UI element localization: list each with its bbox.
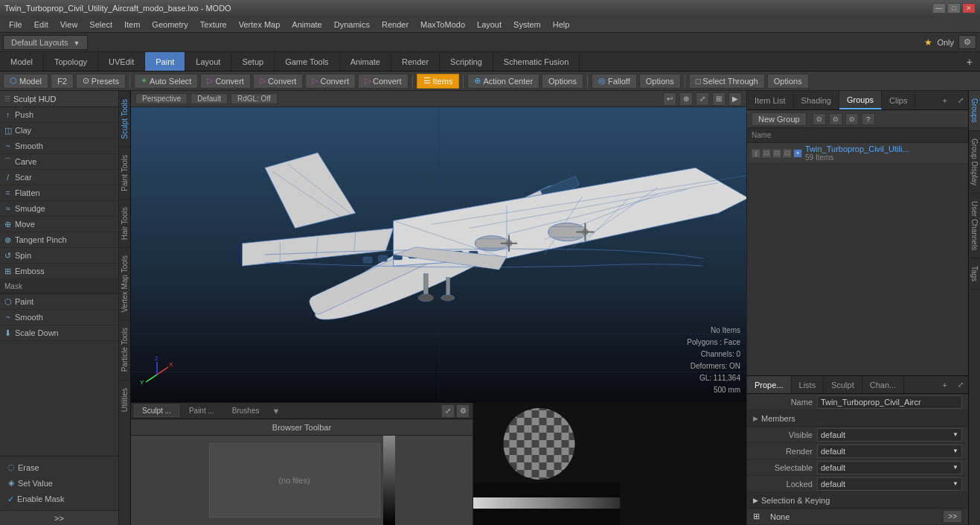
viewport[interactable]: No Items Polygons : Face Channels: 0 Def…	[131, 107, 746, 402]
texture-preview-area[interactable]	[473, 403, 620, 483]
expand-bottom-button[interactable]: ⤢	[441, 404, 455, 418]
settings-button[interactable]: ⚙	[958, 35, 976, 49]
visible-dropdown[interactable]: default ▼	[817, 428, 962, 442]
tool-clay[interactable]: ◫ Clay	[0, 123, 118, 139]
tab-game-tools[interactable]: Game Tools	[275, 52, 340, 71]
rt-tab-clips[interactable]: Clips	[882, 91, 915, 109]
gp-icon-plus[interactable]: +	[793, 149, 802, 158]
props-tab-properties[interactable]: Prope...	[747, 376, 792, 393]
rvtab-user-channels[interactable]: User Channels	[969, 194, 980, 258]
tool-set-value[interactable]: ◈ Set Value	[3, 475, 115, 491]
tab-topology[interactable]: Topology	[44, 52, 98, 71]
model-button[interactable]: ⬡ Model	[3, 74, 48, 89]
selection-keying-section[interactable]: ▶ Selection & Keying	[747, 492, 968, 509]
options-button-3[interactable]: Options	[767, 74, 809, 89]
rvtab-group-display[interactable]: Group Display	[969, 131, 980, 194]
viewport-icon-expand[interactable]: ⤢	[696, 92, 709, 106]
tab-animate[interactable]: Animate	[340, 52, 391, 71]
collapse-button[interactable]: >>	[0, 510, 118, 525]
falloff-button[interactable]: ◎ Falloff	[592, 74, 637, 89]
f2-button[interactable]: F2	[51, 74, 74, 89]
tab-schematic-fusion[interactable]: Schematic Fusion	[493, 52, 580, 71]
rt-tab-item-list[interactable]: Item List	[747, 91, 794, 109]
menu-render[interactable]: Render	[376, 19, 414, 31]
props-expand-button[interactable]: ⤢	[953, 381, 968, 389]
members-section[interactable]: ▶ Members	[747, 410, 968, 427]
vtab-particle-tools[interactable]: Particle Tools	[119, 319, 130, 379]
menu-help[interactable]: Help	[547, 19, 576, 31]
default-shading-button[interactable]: Default	[190, 93, 228, 104]
gp-icon-eye[interactable]: ⊙	[813, 113, 826, 125]
enable-mask-toggle[interactable]: ✓ Enable Mask	[3, 491, 115, 507]
bot-tab-sculpt[interactable]: Sculpt ...	[134, 404, 179, 417]
menu-edit[interactable]: Edit	[28, 19, 54, 31]
menu-maxtomodo[interactable]: MaxToModo	[414, 19, 471, 31]
tool-smudge[interactable]: ≈ Smudge	[0, 201, 118, 217]
name-input[interactable]	[817, 395, 962, 409]
tool-spin[interactable]: ↺ Spin	[0, 248, 118, 264]
auto-select-button[interactable]: ✦ Auto Select	[134, 74, 198, 89]
gp-icon-render[interactable]: ⊙	[829, 113, 842, 125]
viewport-icon-layout[interactable]: ⊞	[712, 92, 726, 106]
render-gl-button[interactable]: RdGL: Off	[231, 93, 278, 104]
select-through-button[interactable]: □ Select Through	[689, 74, 765, 89]
tool-push[interactable]: ↑ Push	[0, 107, 118, 123]
tool-flatten[interactable]: = Flatten	[0, 185, 118, 201]
props-tab-sculpt[interactable]: Sculpt	[824, 376, 862, 393]
menu-file[interactable]: File	[3, 19, 28, 31]
vtab-paint-tools[interactable]: Paint Tools	[119, 147, 130, 199]
tab-paint[interactable]: Paint	[145, 52, 185, 71]
gp-icon-lock[interactable]: ⊙	[845, 113, 859, 125]
tab-model[interactable]: Model	[0, 52, 44, 71]
tool-scar[interactable]: / Scar	[0, 170, 118, 185]
rvtab-tags[interactable]: Tags	[969, 258, 980, 290]
close-button[interactable]: ✕	[962, 3, 976, 13]
props-add-button[interactable]: +	[937, 381, 953, 389]
menu-view[interactable]: View	[54, 19, 84, 31]
tool-carve[interactable]: ⌒ Carve	[0, 154, 118, 170]
perspective-button[interactable]: Perspective	[135, 93, 188, 104]
tab-render[interactable]: Render	[391, 52, 440, 71]
tool-smooth-2[interactable]: ~ Smooth	[0, 310, 118, 325]
tool-erase[interactable]: ◌ Erase	[3, 459, 115, 475]
rt-expand-button[interactable]: ⤢	[953, 96, 968, 104]
group-item-aircraft[interactable]: ( □ □ □ + Twin_Turboprop_Civil_Utili... …	[747, 143, 968, 164]
more-button[interactable]: >>	[943, 510, 962, 523]
action-center-button[interactable]: ⊕ Action Center	[467, 74, 539, 89]
vtab-sculpt-tools[interactable]: Sculpt Tools	[119, 91, 130, 147]
viewport-icon-search[interactable]: ⊕	[679, 92, 693, 106]
viewport-icon-undo[interactable]: ↩	[663, 92, 676, 106]
bot-tab-brushes[interactable]: Brushes	[224, 404, 268, 417]
vtab-hair-tools[interactable]: Hair Tools	[119, 199, 130, 247]
tool-paint[interactable]: ⬡ Paint	[0, 294, 118, 310]
menu-layout[interactable]: Layout	[471, 19, 507, 31]
tool-move[interactable]: ⊕ Move	[0, 217, 118, 232]
locked-dropdown[interactable]: default ▼	[817, 477, 962, 491]
menu-select[interactable]: Select	[83, 19, 118, 31]
tool-scale-down[interactable]: ⬇ Scale Down	[0, 325, 118, 341]
options-button-2[interactable]: Options	[639, 74, 681, 89]
new-group-button[interactable]: New Group	[752, 112, 807, 126]
tab-uvedit[interactable]: UVEdit	[98, 52, 145, 71]
rt-tab-groups[interactable]: Groups	[839, 91, 882, 109]
menu-vertex-map[interactable]: Vertex Map	[233, 19, 286, 31]
convert-button-1[interactable]: ▷ Convert	[200, 74, 251, 89]
gp-icon-info[interactable]: ?	[862, 113, 875, 125]
menu-system[interactable]: System	[507, 19, 547, 31]
menu-item[interactable]: Item	[118, 19, 146, 31]
viewport-icon-more[interactable]: ▶	[728, 92, 742, 106]
rt-tab-shading[interactable]: Shading	[794, 91, 839, 109]
menu-animate[interactable]: Animate	[286, 19, 327, 31]
settings-bottom-button[interactable]: ⚙	[456, 404, 470, 418]
menu-geometry[interactable]: Geometry	[146, 19, 193, 31]
menu-dynamics[interactable]: Dynamics	[328, 19, 376, 31]
tool-emboss[interactable]: ⊞ Emboss	[0, 264, 118, 279]
render-dropdown[interactable]: default ▼	[817, 445, 962, 458]
tab-setup[interactable]: Setup	[231, 52, 275, 71]
vtab-vertex-map-tools[interactable]: Vertex Map Tools	[119, 247, 130, 320]
brushes-dropdown[interactable]: ▼	[271, 405, 282, 417]
tool-tangent-pinch[interactable]: ⊗ Tangent Pinch	[0, 232, 118, 248]
tab-scripting[interactable]: Scripting	[440, 52, 493, 71]
presets-button[interactable]: ⊙ Presets	[76, 74, 126, 89]
options-button-1[interactable]: Options	[542, 74, 583, 89]
